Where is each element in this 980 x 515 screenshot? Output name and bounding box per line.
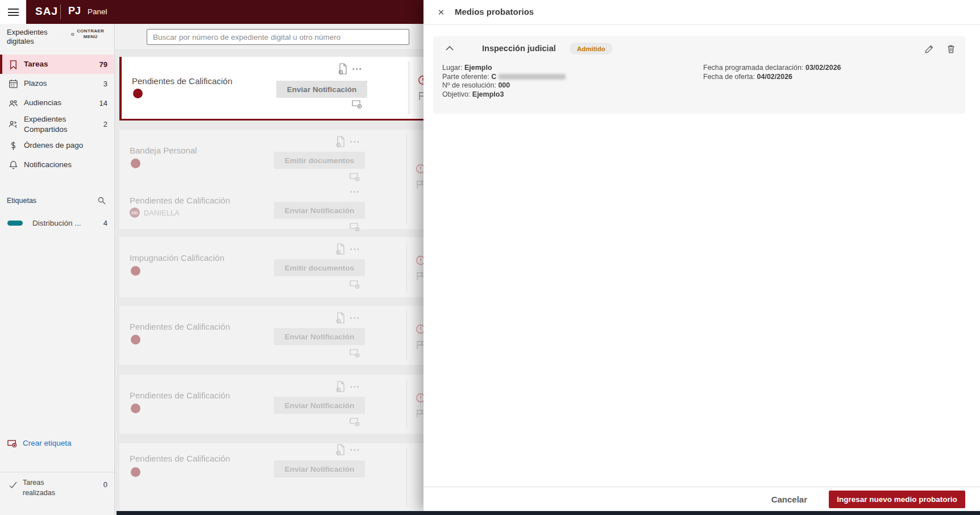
search-icon[interactable]	[97, 196, 106, 205]
more-options-icon[interactable]: •••	[350, 246, 360, 252]
chevron-left-double-icon: «	[71, 30, 75, 38]
sidebar-item-count: 14	[99, 99, 107, 107]
status-dot	[131, 335, 140, 344]
medios-probatorios-panel: ✕ Medios probatorios Inspección judicial…	[423, 0, 980, 511]
status-dot	[131, 404, 140, 413]
task-action-button[interactable]: Enviar Notificación	[274, 328, 365, 345]
document-status-icon[interactable]	[334, 135, 346, 148]
sidebar: Expedientes digitales « CONTRAERMENÚ Tar…	[0, 24, 115, 515]
assignee-name: DANIELLA	[144, 209, 180, 217]
field-fecha-declaracion: Fecha programada declaración: 03/02/2026	[703, 64, 841, 73]
done-tasks-label: Tareas realizadas	[23, 478, 66, 515]
status-dot	[131, 266, 140, 276]
card-divider	[409, 61, 409, 114]
card-divider	[406, 134, 407, 225]
card-divider	[406, 310, 407, 360]
panel-header: ✕ Medios probatorios	[423, 0, 980, 25]
search-input[interactable]	[147, 29, 409, 45]
evidence-title: Inspección judicial	[482, 44, 556, 53]
more-options-icon[interactable]: •••	[350, 384, 360, 390]
more-options-icon[interactable]: •••	[350, 447, 360, 453]
document-status-icon[interactable]	[334, 443, 346, 456]
tag-add-icon	[7, 438, 18, 448]
sidebar-item-label: Notificaciones	[24, 160, 84, 170]
chevron-up-icon[interactable]	[445, 45, 454, 52]
dollar-icon	[8, 140, 19, 151]
close-icon[interactable]: ✕	[435, 6, 447, 19]
tag-count: 4	[103, 219, 107, 227]
status-dot	[131, 159, 140, 168]
create-tag-button[interactable]: Crear etiqueta	[0, 438, 114, 448]
card-divider	[406, 448, 407, 507]
sidebar-item-expedientes-compartidos[interactable]: Expedientes Compartidos 2	[0, 113, 114, 136]
bell-icon	[8, 160, 19, 171]
field-num-resolucion: Nº de resolución: 000	[442, 81, 566, 90]
sidebar-item-count: 79	[99, 60, 107, 69]
sidebar-item-label: Órdenes de pago	[24, 140, 84, 151]
sidebar-item-label: Audiencias	[24, 98, 84, 108]
cancel-button[interactable]: Cancelar	[771, 495, 807, 504]
more-options-icon[interactable]: •••	[350, 139, 360, 145]
more-options-icon[interactable]: •••	[350, 189, 360, 195]
sidebar-item-notificaciones[interactable]: Notificaciones	[0, 155, 114, 175]
bottom-window-edge	[117, 511, 980, 515]
tag-add-icon[interactable]	[349, 417, 360, 427]
add-evidence-button[interactable]: Ingresar nuevo medio probatorio	[829, 491, 965, 508]
more-options-icon[interactable]: •••	[352, 66, 363, 72]
done-tasks-count: 0	[103, 480, 107, 515]
tag-add-icon[interactable]	[349, 348, 360, 358]
document-status-icon[interactable]	[334, 380, 346, 393]
sidebar-item-count: 3	[103, 80, 107, 88]
create-tag-label: Crear etiqueta	[23, 439, 72, 447]
task-title: Bandeja Personal	[130, 146, 197, 155]
sidebar-item-label: Tareas	[24, 59, 84, 69]
task-action-button[interactable]: Enviar Notificación	[276, 81, 367, 98]
task-title: Pendientes de Calificación	[130, 196, 230, 205]
task-action-button[interactable]: Enviar Notificación	[274, 397, 365, 414]
collapse-menu-button[interactable]: « CONTRAERMENÚ	[71, 28, 104, 40]
sidebar-item-ordenes-de-pago[interactable]: Órdenes de pago	[0, 136, 114, 155]
task-title: Pendientes de Calificación	[130, 454, 230, 463]
task-action-button[interactable]: Emitir documentos	[274, 259, 365, 276]
sidebar-item-plazos[interactable]: Plazos 3	[0, 74, 114, 93]
sidebar-section-title: Expedientes digitales	[7, 28, 61, 47]
hamburger-menu-button[interactable]	[0, 0, 26, 24]
delete-trash-icon[interactable]	[946, 44, 956, 54]
sidebar-nav: Tareas 79 Plazos 3 Audiencias 14 Expedie…	[0, 55, 114, 175]
collapse-menu-label: CONTRAERMENÚ	[77, 28, 104, 40]
document-status-icon[interactable]	[334, 243, 346, 255]
more-options-icon[interactable]: •••	[350, 315, 360, 321]
calendar-icon	[8, 78, 19, 89]
evidence-fields-left: Lugar: Ejemplo Parte oferente: C Nº de r…	[442, 64, 566, 99]
document-status-icon[interactable]	[334, 312, 346, 324]
page-title: Panel	[88, 7, 107, 16]
app-logo: SAJ	[35, 5, 58, 18]
tag-add-icon[interactable]	[349, 222, 360, 232]
sidebar-item-label: Plazos	[24, 78, 84, 89]
panel-footer: Cancelar Ingresar nuevo medio probatorio	[423, 487, 980, 511]
card-divider	[406, 379, 407, 429]
edit-pencil-icon[interactable]	[924, 44, 935, 54]
task-action-button[interactable]: Enviar Notificación	[274, 202, 365, 219]
check-icon	[8, 480, 18, 490]
app-window: SAJ PJ Panel Expedientes digitales « CON…	[0, 0, 980, 515]
sidebar-item-audiencias[interactable]: Audiencias 14	[0, 93, 114, 113]
card-divider	[406, 242, 407, 293]
tag-add-icon[interactable]	[351, 99, 363, 109]
document-status-icon[interactable]	[337, 63, 348, 75]
task-action-button[interactable]: Emitir documentos	[274, 152, 365, 169]
done-tasks-row[interactable]: Tareas realizadas 0	[0, 472, 114, 515]
status-dot	[131, 467, 140, 477]
assignee-avatar: DD	[130, 207, 140, 218]
header-divider	[60, 5, 61, 19]
tag-add-icon[interactable]	[349, 279, 360, 289]
evidence-card: Inspección judicial Admitido Lugar: Ejem…	[433, 36, 965, 114]
evidence-fields-right: Fecha programada declaración: 03/02/2026…	[703, 64, 841, 81]
sidebar-item-tareas[interactable]: Tareas 79	[0, 55, 114, 74]
task-title: Pendientes de Calificación	[130, 322, 230, 331]
task-title: Pendientes de Calificación	[132, 76, 232, 86]
status-dot	[133, 89, 143, 98]
tag-item-distribucion[interactable]: Distribución ... 4	[0, 219, 114, 227]
task-action-button[interactable]: Enviar Notificación	[274, 460, 365, 477]
people-icon	[8, 98, 19, 109]
